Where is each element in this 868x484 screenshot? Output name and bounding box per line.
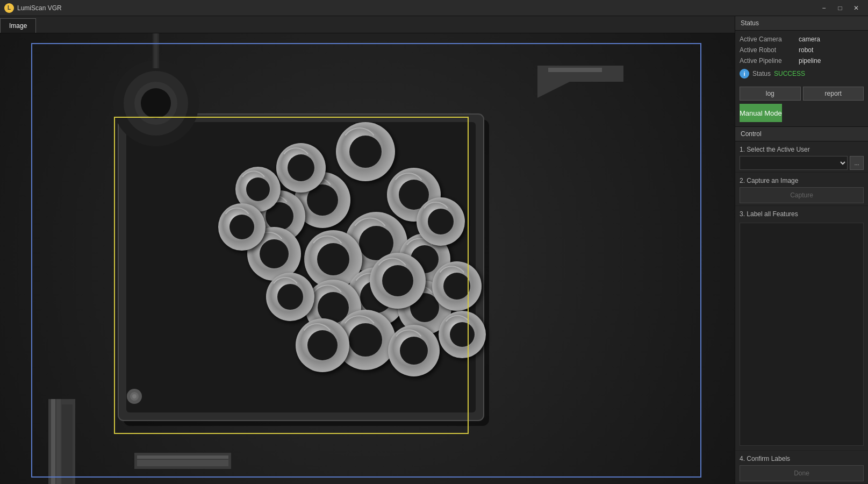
status-table: Active Camera camera Active Robot robot … — [735, 31, 868, 84]
app-logo: L — [4, 3, 14, 13]
status-success-value: SUCCESS — [774, 70, 805, 77]
report-button[interactable]: report — [803, 87, 864, 101]
active-pipeline-row: Active Pipeline pipeline — [740, 55, 864, 66]
titlebar: L LumiScan VGR − □ ✕ — [0, 0, 868, 16]
status-status-row: i Status SUCCESS — [740, 66, 864, 81]
log-button[interactable]: log — [740, 87, 801, 101]
titlebar-controls: − □ ✕ — [816, 2, 864, 14]
done-button[interactable]: Done — [740, 465, 864, 481]
active-user-select[interactable] — [740, 156, 848, 170]
status-header: Status — [735, 16, 868, 31]
main-container: Image Status Active Camera camera Active… — [0, 16, 868, 484]
step1-label: 1. Select the Active User — [740, 146, 864, 153]
app-title: LumiScan VGR — [17, 4, 62, 12]
titlebar-left: L LumiScan VGR — [4, 3, 62, 13]
status-text-label: Status — [752, 70, 771, 77]
image-viewport[interactable] — [0, 33, 735, 484]
step4-label: 4. Confirm Labels — [740, 455, 864, 462]
step4-container: 4. Confirm Labels Done — [735, 451, 868, 484]
image-tab[interactable]: Image — [0, 18, 36, 33]
minimize-button[interactable]: − — [816, 2, 831, 14]
user-dots-button[interactable]: ... — [850, 156, 864, 170]
control-section: Control 1. Select the Active User ... 2.… — [735, 127, 868, 484]
close-button[interactable]: ✕ — [849, 2, 864, 14]
step2-label: 2. Capture an Image — [740, 177, 864, 184]
active-camera-label: Active Camera — [740, 35, 799, 43]
maximize-button[interactable]: □ — [833, 2, 848, 14]
right-panel: Status Active Camera camera Active Robot… — [735, 16, 868, 484]
active-robot-value: robot — [799, 46, 813, 54]
step3-label: 3. Label all Features — [740, 210, 864, 218]
label-area — [740, 223, 864, 446]
log-report-row: log report — [735, 84, 868, 104]
scene-canvas — [0, 33, 735, 484]
status-info-icon: i — [740, 69, 749, 79]
active-camera-value: camera — [799, 35, 820, 43]
step2-container: 2. Capture an Image Capture — [735, 173, 868, 206]
image-tab-bar: Image — [0, 16, 735, 33]
capture-button[interactable]: Capture — [740, 187, 864, 203]
control-header: Control — [735, 127, 868, 141]
step1-input-row: ... — [740, 156, 864, 170]
status-section: Status Active Camera camera Active Robot… — [735, 16, 868, 127]
active-pipeline-value: pipeline — [799, 57, 821, 65]
active-robot-row: Active Robot robot — [740, 45, 864, 55]
step3-container: 3. Label all Features — [735, 206, 868, 451]
active-pipeline-label: Active Pipeline — [740, 57, 799, 65]
active-camera-row: Active Camera camera — [740, 34, 864, 45]
image-panel: Image — [0, 16, 735, 484]
active-robot-label: Active Robot — [740, 46, 799, 54]
step1-container: 1. Select the Active User ... — [735, 141, 868, 173]
manual-mode-button[interactable]: Manual Mode — [740, 104, 782, 122]
